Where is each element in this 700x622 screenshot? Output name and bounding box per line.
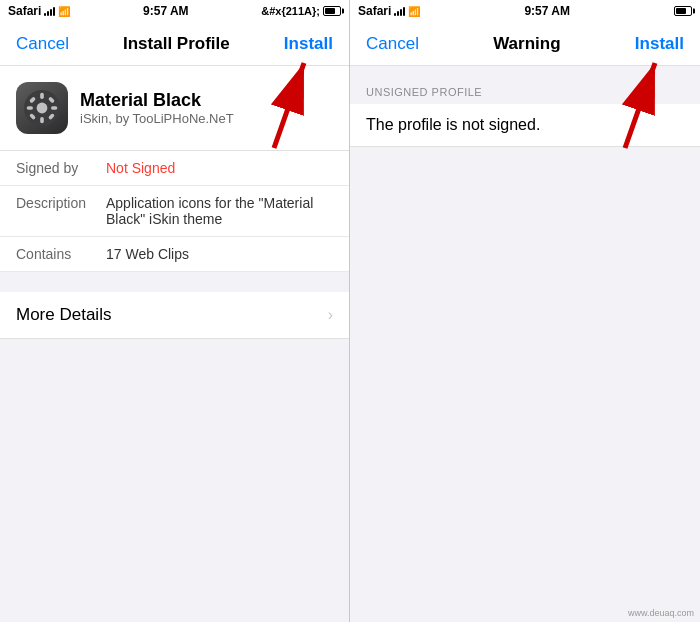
right-wifi-icon: 📶 (408, 6, 420, 17)
right-panel: Safari 📶 9:57 AM Cancel Warning Install … (350, 0, 700, 622)
bluetooth-icon: &#x{211A}; (261, 5, 320, 17)
signed-by-row: Signed by Not Signed (0, 151, 349, 186)
signed-by-label: Signed by (16, 160, 106, 176)
signal-bars (44, 6, 55, 16)
more-details-label: More Details (16, 305, 111, 325)
right-carrier-label: Safari (358, 4, 391, 18)
svg-rect-5 (51, 106, 57, 110)
profile-name: Material Black (80, 90, 234, 111)
right-cancel-button[interactable]: Cancel (366, 34, 419, 54)
left-nav-bar: Cancel Install Profile Install (0, 22, 349, 66)
profile-header: Material Black iSkin, by TooLiPHoNe.NeT (0, 66, 349, 151)
left-cancel-button[interactable]: Cancel (16, 34, 69, 54)
left-nav-title: Install Profile (123, 34, 230, 54)
profile-info: Material Black iSkin, by TooLiPHoNe.NeT (80, 90, 234, 126)
watermark: www.deuaq.com (628, 608, 694, 618)
right-signal-bars (394, 6, 405, 16)
right-battery-fill (676, 8, 686, 14)
right-install-button[interactable]: Install (635, 34, 684, 54)
svg-point-1 (37, 103, 48, 114)
right-nav-bar: Cancel Warning Install (350, 22, 700, 66)
description-value: Application icons for the "Material Blac… (106, 195, 333, 227)
right-status-right (674, 6, 692, 16)
warning-section: UNSIGNED PROFILE The profile is not sign… (350, 78, 700, 147)
right-status-bar: Safari 📶 9:57 AM (350, 0, 700, 22)
description-row: Description Application icons for the "M… (0, 186, 349, 237)
contains-value: 17 Web Clips (106, 246, 333, 262)
right-time: 9:57 AM (524, 4, 570, 18)
profile-icon (16, 82, 68, 134)
left-status-left: Safari 📶 (8, 4, 70, 18)
left-status-bar: Safari 📶 9:57 AM &#x{211A}; (0, 0, 349, 22)
profile-details: Signed by Not Signed Description Applica… (0, 151, 349, 272)
right-nav-title: Warning (493, 34, 560, 54)
battery-icon (323, 6, 341, 16)
chevron-right-icon: › (328, 306, 333, 324)
wifi-icon: 📶 (58, 6, 70, 17)
battery-fill (325, 8, 335, 14)
right-status-left: Safari 📶 (358, 4, 420, 18)
right-battery-icon (674, 6, 692, 16)
warning-message: The profile is not signed. (350, 104, 700, 147)
left-time: 9:57 AM (143, 4, 189, 18)
contains-label: Contains (16, 246, 106, 262)
svg-rect-4 (27, 106, 33, 110)
left-panel: Safari 📶 9:57 AM &#x{211A}; Cancel Insta… (0, 0, 350, 622)
unsigned-profile-header: UNSIGNED PROFILE (350, 78, 700, 104)
signed-by-value: Not Signed (106, 160, 333, 176)
contains-row: Contains 17 Web Clips (0, 237, 349, 272)
svg-rect-2 (40, 93, 44, 99)
svg-rect-3 (40, 117, 44, 123)
description-label: Description (16, 195, 106, 227)
left-install-button[interactable]: Install (284, 34, 333, 54)
carrier-label: Safari (8, 4, 41, 18)
more-details-row[interactable]: More Details › (0, 292, 349, 339)
left-status-right: &#x{211A}; (261, 5, 341, 17)
profile-subtitle: iSkin, by TooLiPHoNe.NeT (80, 111, 234, 126)
